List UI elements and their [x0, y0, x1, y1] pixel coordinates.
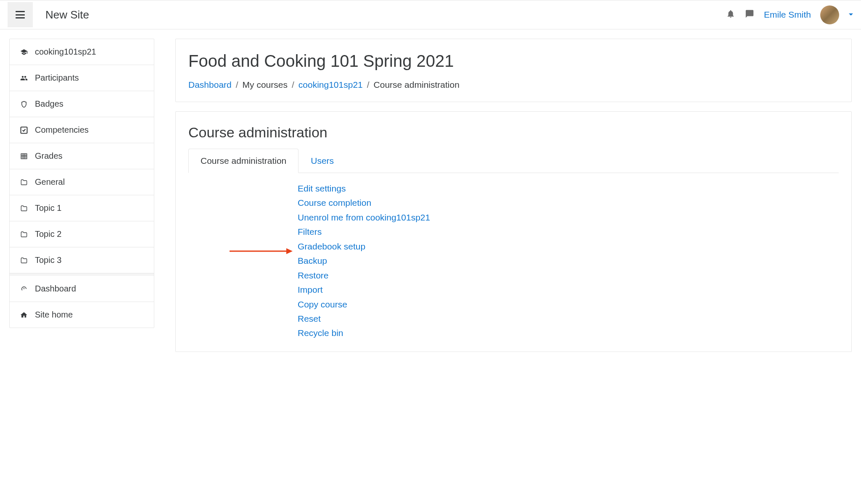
section-title: Course administration	[188, 124, 839, 141]
svg-rect-1	[21, 154, 27, 159]
admin-link-import[interactable]: Import	[298, 284, 839, 296]
sidebar-item-label: Site home	[35, 310, 73, 320]
topbar: New Site Emile Smith	[0, 0, 861, 29]
sidebar-item-label: Competencies	[35, 125, 89, 135]
admin-link-restore[interactable]: Restore	[298, 269, 839, 282]
sidebar-item-label: Topic 2	[35, 229, 61, 239]
hamburger-icon	[16, 11, 25, 18]
tabs: Course administration Users	[188, 148, 839, 173]
breadcrumb: Dashboard / My courses / cooking101sp21 …	[188, 80, 839, 90]
admin-links: Edit settings Course completion Unenrol …	[298, 182, 839, 340]
sidebar-item-label: Badges	[35, 99, 63, 109]
chat-icon[interactable]	[745, 9, 755, 20]
admin-card: Course administration Course administrat…	[175, 111, 852, 352]
admin-link-gradebook-setup[interactable]: Gradebook setup	[298, 240, 839, 253]
users-icon	[19, 74, 29, 82]
site-title[interactable]: New Site	[45, 8, 89, 21]
user-name-link[interactable]: Emile Smith	[764, 10, 811, 20]
admin-link-backup[interactable]: Backup	[298, 255, 839, 267]
sidebar-item-label: Topic 1	[35, 203, 61, 213]
gauge-icon	[19, 285, 29, 293]
grid-icon	[19, 152, 29, 160]
topbar-right: Emile Smith	[726, 5, 853, 24]
sidebar-item-competencies[interactable]: Competencies	[10, 117, 154, 143]
admin-link-course-completion[interactable]: Course completion	[298, 197, 839, 209]
tab-users[interactable]: Users	[298, 149, 346, 173]
sidebar-item-badges[interactable]: Badges	[10, 91, 154, 117]
layout: cooking101sp21 Participants Badges Compe…	[0, 29, 861, 361]
graduation-cap-icon	[19, 48, 29, 56]
home-icon	[19, 311, 29, 319]
arrow-annotation-icon	[230, 247, 293, 255]
svg-marker-7	[286, 248, 293, 254]
breadcrumb-current: Course administration	[374, 80, 460, 90]
tab-course-administration[interactable]: Course administration	[188, 149, 298, 173]
admin-link-recycle-bin[interactable]: Recycle bin	[298, 327, 839, 339]
sidebar-item-label: General	[35, 177, 65, 187]
folder-icon	[19, 179, 29, 186]
sidebar-item-label: Participants	[35, 73, 79, 83]
main: Food and Cooking 101 Spring 2021 Dashboa…	[175, 39, 852, 352]
breadcrumb-dashboard[interactable]: Dashboard	[188, 80, 232, 90]
folder-icon	[19, 205, 29, 212]
admin-link-copy-course[interactable]: Copy course	[298, 298, 839, 311]
sidebar-item-topic-1[interactable]: Topic 1	[10, 195, 154, 221]
bell-icon[interactable]	[726, 9, 735, 20]
breadcrumb-separator: /	[367, 80, 370, 90]
sidebar-item-participants[interactable]: Participants	[10, 65, 154, 91]
header-card: Food and Cooking 101 Spring 2021 Dashboa…	[175, 39, 852, 102]
check-square-icon	[19, 126, 29, 134]
breadcrumb-my-courses: My courses	[243, 80, 288, 90]
sidebar: cooking101sp21 Participants Badges Compe…	[9, 39, 154, 328]
user-menu-caret-icon[interactable]	[848, 12, 853, 18]
admin-link-unenrol[interactable]: Unenrol me from cooking101sp21	[298, 211, 839, 224]
admin-link-reset[interactable]: Reset	[298, 312, 839, 325]
breadcrumb-separator: /	[236, 80, 238, 90]
sidebar-item-course[interactable]: cooking101sp21	[10, 39, 154, 65]
page-title: Food and Cooking 101 Spring 2021	[188, 52, 839, 71]
sidebar-item-label: Grades	[35, 151, 63, 161]
sidebar-item-site-home[interactable]: Site home	[10, 302, 154, 328]
sidebar-item-topic-3[interactable]: Topic 3	[10, 247, 154, 273]
sidebar-item-dashboard[interactable]: Dashboard	[10, 273, 154, 302]
sidebar-item-label: Dashboard	[35, 284, 76, 294]
sidebar-item-label: cooking101sp21	[35, 47, 96, 57]
sidebar-item-general[interactable]: General	[10, 169, 154, 195]
nav-drawer-toggle[interactable]	[8, 2, 33, 27]
breadcrumb-separator: /	[292, 80, 294, 90]
sidebar-item-grades[interactable]: Grades	[10, 143, 154, 169]
folder-icon	[19, 231, 29, 238]
admin-links-wrapper: Edit settings Course completion Unenrol …	[188, 182, 839, 340]
shield-icon	[19, 100, 29, 108]
folder-icon	[19, 257, 29, 264]
sidebar-item-topic-2[interactable]: Topic 2	[10, 221, 154, 247]
sidebar-item-label: Topic 3	[35, 255, 61, 265]
avatar[interactable]	[820, 5, 839, 24]
admin-link-edit-settings[interactable]: Edit settings	[298, 182, 839, 195]
breadcrumb-course-short[interactable]: cooking101sp21	[298, 80, 363, 90]
admin-link-filters[interactable]: Filters	[298, 226, 839, 238]
